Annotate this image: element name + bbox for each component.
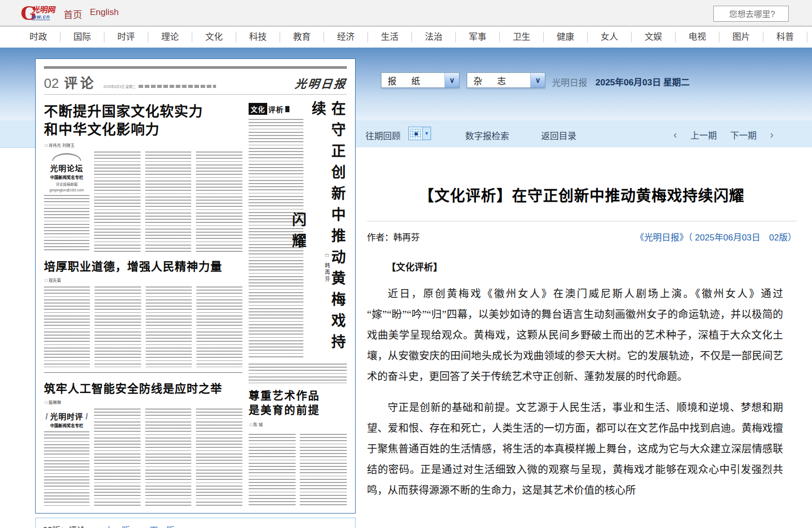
- newspaper-date-line: 2025年6月3日 星期二: [103, 84, 136, 89]
- prev-issue-arrow-icon[interactable]: ‹: [673, 130, 677, 139]
- simulated-text-block: [145, 152, 192, 252]
- digital-archive-search-link[interactable]: 数字报检索: [465, 129, 509, 142]
- gmw-logo[interactable]: G 光明网 mw.cn: [21, 3, 67, 24]
- chevron-down-icon[interactable]: ∨: [445, 73, 459, 87]
- newspaper-byline-2: □ 观先菊: [45, 277, 242, 283]
- top-bar: G 光明网 mw.cn 首页 English: [0, 0, 812, 26]
- nav-item-kepu[interactable]: 科普: [763, 32, 807, 42]
- simulated-text-block: [44, 195, 89, 252]
- article-source: 《光明日报》（ 2025年06月03日 02版）: [635, 230, 796, 243]
- magazine-select[interactable]: 杂 志 ∨: [467, 72, 545, 88]
- nav-item-junshi[interactable]: 军事: [456, 32, 500, 42]
- article-author: 作者：韩再芬: [367, 230, 420, 243]
- back-to-contents-link[interactable]: 返回目录: [541, 129, 576, 142]
- article-paragraph-1: 近日，原创黄梅戏《徽州女人》在澳门威尼斯人剧场上演。《徽州女人》通过“嫁”“盼”…: [367, 283, 796, 387]
- headline-1-line-2: 和中华文化影响力: [44, 121, 242, 139]
- nav-item-nvren[interactable]: 女人: [588, 32, 632, 42]
- magazine-select-value: 杂 志: [473, 74, 512, 87]
- forum-arc-decoration: [52, 153, 81, 161]
- newspaper-page-image[interactable]: 02 评论 2025年6月3日 星期二 光明日报 不断提升国家文化软实力 和中华…: [35, 58, 356, 514]
- current-page-label: 02版：评论: [43, 526, 85, 528]
- nav-item-baoxi[interactable]: 光明报系: [807, 32, 812, 42]
- newspaper-page-number: 02: [44, 76, 59, 92]
- newspaper-article-1-columns: 光明论坛 中国新闻奖名专栏 评论投稿邮箱 gmpinglun@163.com: [44, 152, 242, 252]
- nav-item-dianshi[interactable]: 电视: [676, 32, 719, 42]
- current-issue-date: 2025年06月03日 星期二: [595, 75, 690, 88]
- logo-domain: mw.cn: [32, 14, 50, 20]
- nav-item-jiaoyu[interactable]: 教育: [280, 32, 324, 42]
- newspaper-headline-2: 培厚职业道德，增强人民精神力量: [44, 257, 242, 274]
- nav-item-guoji[interactable]: 国际: [60, 32, 104, 42]
- nav-item-jingji[interactable]: 经济: [324, 32, 368, 42]
- slash-decoration: /: [85, 412, 87, 421]
- newspaper-article-3-columns: / 光明时评 / 中国新闻奖名专栏: [44, 409, 242, 507]
- forum-box-note: 评论投稿邮箱: [44, 182, 89, 187]
- times-box-title: 光明时评: [50, 412, 83, 421]
- nav-item-wenhua[interactable]: 文化: [192, 32, 236, 42]
- next-issue-link[interactable]: 下一期: [730, 128, 757, 141]
- nav-item-shizheng[interactable]: 时政: [17, 32, 60, 42]
- prev-page-link[interactable]: 上一版: [105, 526, 130, 528]
- prev-issue-link[interactable]: 上一期: [691, 128, 717, 141]
- nav-item-tupian[interactable]: 图片: [719, 32, 763, 42]
- headline-4-line-2: 是美育的前提: [249, 403, 347, 417]
- simulated-text-block: [196, 409, 242, 507]
- vertical-headline-column: 在守正创新中推动黄梅戏持续 闪耀 □ 韩再芬: [307, 101, 347, 359]
- search-input[interactable]: [714, 6, 790, 22]
- newspaper-select-value: 报 纸: [388, 74, 426, 87]
- simulated-text-block: [196, 152, 242, 252]
- nav-item-shiping[interactable]: 时评: [104, 32, 148, 42]
- calendar-icon[interactable]: [408, 127, 423, 140]
- current-paper-name: 光明日报: [552, 76, 587, 88]
- simulated-text-block: [44, 286, 90, 367]
- nav-item-weisheng[interactable]: 卫生: [500, 32, 544, 42]
- review-label-text: 评析: [268, 104, 284, 114]
- simulated-text-block: [94, 152, 141, 252]
- chevron-down-icon[interactable]: ∨: [530, 73, 545, 87]
- calendar-picker[interactable]: ▼: [408, 127, 431, 140]
- vertical-headline-line-1: 在守正创新中推动黄梅戏持续: [308, 101, 347, 359]
- site-search-box[interactable]: [713, 6, 789, 22]
- home-link[interactable]: 首页: [64, 7, 82, 21]
- page-pager-bar: 02版：评论 上一版 下一版: [35, 518, 356, 528]
- forum-column: 光明论坛 中国新闻奖名专栏 评论投稿邮箱 gmpinglun@163.com: [44, 152, 89, 252]
- article-title: 【文化评析】在守正创新中推动黄梅戏持续闪耀: [367, 184, 796, 205]
- nav-item-shenghuo[interactable]: 生活: [368, 32, 412, 42]
- article-column-tag: 【文化评析】: [367, 260, 796, 273]
- article-paragraph-2: 守正是创新的基础和前提。文艺源于人民生活，事业和生活、顺境和逆境、梦想和期望、爱…: [367, 397, 796, 501]
- newspaper-article-2-columns: [44, 286, 242, 367]
- next-issue-arrow-icon[interactable]: ›: [770, 130, 774, 139]
- nav-item-lilun[interactable]: 理论: [148, 32, 192, 42]
- vertical-headline-line-2: 闪耀: [288, 101, 308, 359]
- forum-box-title: 光明论坛: [44, 162, 89, 173]
- simulated-text-block: [249, 434, 296, 507]
- simulated-text-block: [300, 434, 347, 507]
- slash-decoration: /: [45, 412, 48, 421]
- nav-item-jiankang[interactable]: 健康: [544, 32, 588, 42]
- article-divider: [367, 221, 796, 221]
- forum-box-subtitle: 中国新闻奖名专栏: [44, 174, 89, 180]
- forum-box-email: gmpinglun@163.com: [44, 188, 89, 192]
- newspaper-page-header: 02 评论 2025年6月3日 星期二 光明日报: [44, 72, 347, 95]
- culture-label-badge: 文化: [249, 103, 267, 115]
- back-issues-link[interactable]: 往期回顾: [365, 129, 401, 142]
- newspaper-editor-credits: [139, 85, 216, 88]
- simulated-text-block: [44, 431, 89, 507]
- newspaper-byline-4: □ 陈 城: [250, 421, 347, 427]
- main-nav: 时政 国际 时评 理论 文化 科技 教育 经济 生活 法治 军事 卫生 健康 女…: [0, 26, 812, 48]
- next-page-link[interactable]: 下一版: [150, 526, 175, 528]
- times-box: / 光明时评 / 中国新闻奖名专栏: [44, 411, 89, 428]
- issue-pager: ‹ 上一期 下一期 ›: [673, 128, 773, 141]
- nav-item-keji[interactable]: 科技: [236, 32, 280, 42]
- calendar-dropdown-icon[interactable]: ▼: [423, 127, 431, 140]
- nav-item-wenyu[interactable]: 文娱: [632, 32, 676, 42]
- logo-chinese-name: 光明网: [32, 4, 57, 14]
- newspaper-select[interactable]: 报 纸 ∨: [381, 72, 459, 88]
- simulated-text-block: [196, 286, 242, 367]
- english-link[interactable]: English: [90, 7, 119, 18]
- times-box-subtitle: 中国新闻奖名专栏: [44, 423, 89, 428]
- nav-item-fazhi[interactable]: 法治: [412, 32, 456, 42]
- simulated-text-block: [95, 286, 141, 367]
- newspaper-byline-3: □ 殷琳琳: [45, 399, 242, 405]
- simulated-text-block: [94, 409, 141, 507]
